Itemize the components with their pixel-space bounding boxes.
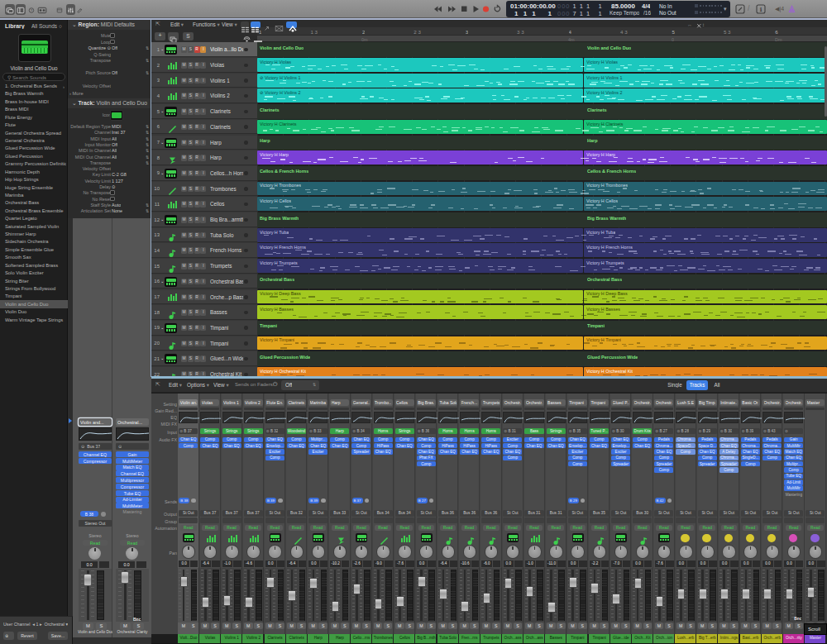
svg-text:?: ? [31, 8, 33, 12]
svg-text:ℹ: ℹ [760, 7, 762, 12]
